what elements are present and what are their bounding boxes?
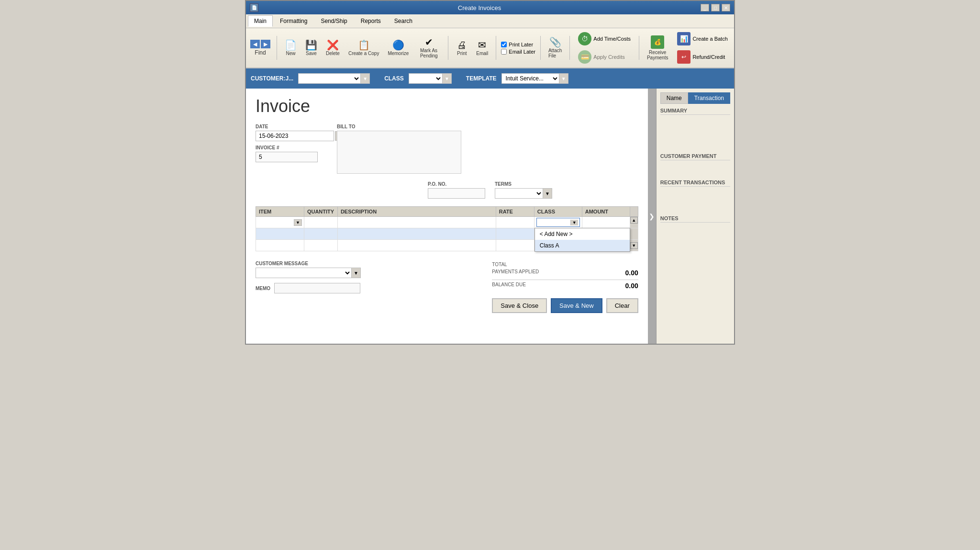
close-button[interactable]: ✕: [722, 4, 730, 11]
invoice-table: ITEM QUANTITY DESCRIPTION RATE CLASS AMO…: [256, 206, 638, 251]
menu-tab-search[interactable]: Search: [388, 15, 419, 27]
toolbar: ◀ ▶ Find 📄 New 💾 Save ❌ Delete 📋 Create …: [246, 28, 734, 68]
find-group: ◀ ▶ Find: [249, 38, 272, 57]
customer-message-select[interactable]: [256, 268, 351, 278]
class-cell-1[interactable]: ▼ < Add New > Class A: [534, 217, 582, 228]
recent-transactions-title: RECENT TRANSACTIONS: [660, 180, 730, 187]
content-area: Invoice DATE 📅 INVOICE #: [246, 89, 734, 344]
add-time-costs-button[interactable]: ⏱ Add Time/Costs: [575, 30, 634, 47]
invoice-title: Invoice: [256, 96, 638, 116]
terms-group: TERMS ▼: [495, 181, 552, 199]
delete-label: Delete: [326, 51, 340, 56]
create-batch-button[interactable]: 📊 Create a Batch: [674, 30, 731, 47]
apply-credits-icon: 💳: [578, 50, 591, 64]
email-later-label: Email Later: [509, 49, 535, 55]
class-option-class-a[interactable]: Class A: [535, 240, 630, 251]
desc-input-1[interactable]: [340, 220, 494, 225]
receive-payments-button[interactable]: 💰 ReceivePayments: [644, 34, 671, 62]
customer-select[interactable]: [299, 74, 360, 83]
add-time-label: Add Time/Costs: [593, 36, 631, 42]
class-dropdown-arrow-1[interactable]: ▼: [570, 220, 578, 225]
template-dropdown-arrow[interactable]: ▼: [559, 74, 568, 83]
next-button[interactable]: ▶: [261, 40, 270, 48]
item-dropdown-arrow-1[interactable]: ▼: [294, 219, 302, 226]
amount-cell-1[interactable]: [582, 217, 630, 228]
menu-tab-sendship[interactable]: Send/Ship: [314, 15, 353, 27]
terms-dropdown-arrow[interactable]: ▼: [543, 189, 552, 198]
payments-applied-row: PAYMENTS APPLIED 0.00: [492, 268, 638, 278]
qty-cell-3[interactable]: [304, 240, 337, 251]
email-later-checkbox[interactable]: [501, 49, 507, 55]
terms-select[interactable]: [495, 189, 543, 198]
rate-input-1[interactable]: [498, 220, 532, 225]
rate-cell-3[interactable]: [496, 240, 534, 251]
scroll-down-button[interactable]: ▼: [630, 242, 638, 249]
sep6: [639, 36, 639, 60]
template-select[interactable]: Intuit Service...: [502, 74, 559, 83]
create-copy-button[interactable]: 📋 Create a Copy: [345, 38, 382, 58]
item-cell-3[interactable]: [256, 240, 304, 251]
save-new-button[interactable]: Save & New: [551, 298, 602, 313]
po-no-input[interactable]: [428, 188, 485, 199]
print-later-checkbox[interactable]: [501, 42, 507, 47]
customer-msg-dropdown-arrow[interactable]: ▼: [351, 268, 360, 278]
clear-button[interactable]: Clear: [606, 298, 638, 313]
title-bar: 📄 Create Invoices _ □ ✕: [246, 1, 734, 14]
bill-to-group: BILL TO: [337, 124, 461, 174]
email-button[interactable]: ✉ Email: [473, 38, 491, 58]
main-window: 📄 Create Invoices _ □ ✕ Main Formatting …: [245, 0, 735, 345]
panel-tab-name[interactable]: Name: [660, 92, 688, 104]
maximize-button[interactable]: □: [711, 4, 720, 11]
rate-cell-1[interactable]: [496, 217, 534, 228]
rate-cell-2[interactable]: [496, 228, 534, 240]
amount-input-1[interactable]: [584, 220, 628, 225]
item-cell-2[interactable]: [256, 228, 304, 240]
customer-message-label: CUSTOMER MESSAGE: [256, 261, 390, 266]
menu-tab-main[interactable]: Main: [248, 15, 273, 27]
class-select[interactable]: [409, 74, 442, 83]
create-copy-label: Create a Copy: [348, 51, 379, 56]
panel-tab-transaction[interactable]: Transaction: [688, 92, 730, 104]
desc-cell-3[interactable]: [337, 240, 496, 251]
balance-due-value: 0.00: [600, 282, 638, 290]
class-dropdown-arrow[interactable]: ▼: [442, 74, 451, 83]
mark-pending-button[interactable]: ✔ Mark AsPending: [414, 35, 443, 60]
right-panel-toggle[interactable]: ❯: [648, 89, 657, 344]
save-button[interactable]: 💾 Save: [302, 38, 320, 58]
item-input-1[interactable]: [258, 220, 294, 225]
scroll-up-button[interactable]: ▲: [630, 217, 638, 224]
menu-tab-reports[interactable]: Reports: [355, 15, 387, 27]
bill-to-input[interactable]: [337, 131, 461, 174]
minimize-button[interactable]: _: [701, 4, 709, 11]
save-close-button[interactable]: Save & Close: [492, 298, 547, 313]
po-no-label: P.O. NO.: [428, 181, 485, 187]
print-button[interactable]: 🖨 Print: [453, 38, 470, 58]
qty-cell-2[interactable]: [304, 228, 337, 240]
prev-button[interactable]: ◀: [250, 40, 260, 48]
memorize-button[interactable]: 🔵 Memorize: [385, 38, 412, 58]
memo-input[interactable]: [274, 283, 360, 293]
find-label[interactable]: Find: [255, 49, 266, 56]
template-label: TEMPLATE: [466, 75, 497, 82]
new-button[interactable]: 📄 New: [282, 38, 300, 58]
po-terms-row: P.O. NO. TERMS ▼: [428, 181, 638, 199]
desc-cell-2[interactable]: [337, 228, 496, 240]
desc-cell-1[interactable]: [337, 217, 496, 228]
refund-credit-button[interactable]: ↩ Refund/Credit: [674, 48, 731, 66]
main-panel: Invoice DATE 📅 INVOICE #: [246, 89, 648, 344]
table-header-row: ITEM QUANTITY DESCRIPTION RATE CLASS AMO…: [256, 207, 638, 217]
class-input-1[interactable]: [537, 220, 570, 225]
delete-button[interactable]: ❌ Delete: [323, 38, 343, 58]
customer-dropdown-arrow[interactable]: ▼: [360, 74, 369, 83]
invoice-num-label: INVOICE #: [256, 145, 318, 150]
apply-credits-button[interactable]: 💳 Apply Credits: [575, 48, 634, 66]
qty-cell-1[interactable]: [304, 217, 337, 228]
window-icon: 📄: [250, 3, 258, 12]
sep4: [540, 36, 541, 60]
qty-input-1[interactable]: [306, 220, 335, 225]
date-input[interactable]: [256, 131, 334, 141]
class-option-add-new[interactable]: < Add New >: [535, 228, 630, 240]
menu-tab-formatting[interactable]: Formatting: [274, 15, 313, 27]
attach-file-button[interactable]: 📎 AttachFile: [546, 35, 565, 60]
invoice-num-input[interactable]: [256, 152, 318, 162]
